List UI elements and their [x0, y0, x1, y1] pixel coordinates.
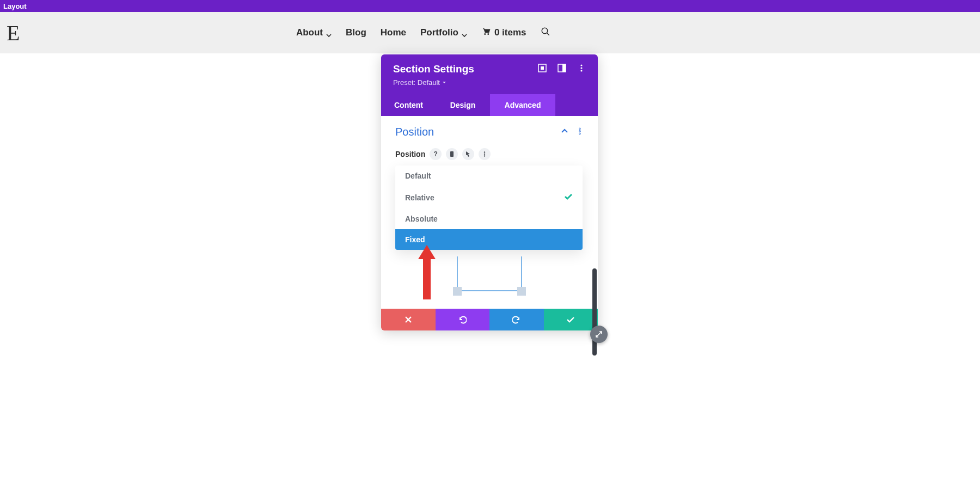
help-icon[interactable]: ? [430, 148, 442, 160]
tab-design[interactable]: Design [436, 94, 490, 116]
preset-label: Preset: Default [393, 78, 440, 87]
origin-handle-bottom-left[interactable] [453, 287, 462, 296]
kebab-menu-icon[interactable] [577, 64, 586, 75]
svg-point-11 [579, 133, 581, 134]
site-logo[interactable]: E [7, 20, 19, 46]
modal-header[interactable]: Section Settings Preset: Default [381, 54, 598, 94]
svg-point-9 [579, 128, 581, 130]
site-header: E About Blog Home Portfolio 0 items [0, 12, 980, 53]
origin-handle-bottom-right[interactable] [517, 287, 526, 296]
nav-blog-label: Blog [346, 27, 366, 38]
cart-icon [481, 27, 491, 39]
position-origin-control[interactable] [417, 256, 562, 303]
svg-point-7 [580, 67, 582, 69]
chevron-up-icon[interactable] [561, 127, 568, 137]
svg-rect-12 [450, 151, 454, 157]
preset-selector[interactable]: Preset: Default [393, 78, 586, 87]
modal-actions [381, 309, 598, 330]
svg-point-15 [484, 155, 485, 156]
modal-title: Section Settings [393, 63, 538, 75]
option-label: Absolute [405, 215, 438, 223]
nav-portfolio[interactable]: Portfolio [420, 27, 467, 38]
svg-rect-5 [562, 64, 566, 72]
toggle-section-position[interactable]: Position [395, 126, 561, 138]
svg-point-10 [579, 130, 581, 132]
svg-point-14 [484, 154, 485, 155]
svg-point-0 [542, 28, 548, 34]
position-option-fixed[interactable]: Fixed [395, 229, 583, 250]
redo-button[interactable] [489, 309, 544, 330]
nav-blog[interactable]: Blog [346, 27, 366, 38]
option-label: Relative [405, 193, 434, 202]
topbar-title: Layout [3, 2, 27, 10]
nav-cart-label: 0 items [494, 27, 526, 38]
kebab-menu-icon[interactable] [576, 127, 584, 137]
expand-icon[interactable] [538, 64, 547, 75]
nav-portfolio-label: Portfolio [420, 27, 458, 38]
svg-point-6 [580, 64, 582, 66]
nav-about-label: About [296, 27, 323, 38]
check-icon [564, 192, 573, 203]
option-label: Fixed [405, 235, 425, 244]
save-button[interactable] [544, 309, 598, 330]
position-option-relative[interactable]: Relative [395, 186, 583, 209]
option-label: Default [405, 171, 431, 180]
tab-content[interactable]: Content [381, 94, 436, 116]
hover-state-icon[interactable] [462, 148, 474, 160]
nav-about[interactable]: About [296, 27, 332, 38]
search-icon [541, 27, 550, 39]
nav-home[interactable]: Home [381, 27, 406, 38]
nav-cart[interactable]: 0 items [481, 27, 526, 39]
svg-rect-3 [541, 66, 544, 70]
undo-button[interactable] [436, 309, 490, 330]
tab-advanced[interactable]: Advanced [490, 94, 555, 116]
snap-right-icon[interactable] [558, 64, 566, 75]
svg-point-8 [580, 70, 582, 71]
svg-point-13 [484, 151, 485, 152]
responsive-mobile-icon[interactable] [446, 148, 458, 160]
svg-line-1 [547, 33, 549, 35]
settings-panel: Position Position ? Default Relative Abs… [381, 116, 598, 309]
position-option-absolute[interactable]: Absolute [395, 209, 583, 229]
chevron-down-icon [462, 30, 467, 35]
main-nav: About Blog Home Portfolio 0 items [296, 27, 550, 39]
resize-handle-icon[interactable] [590, 326, 608, 343]
position-field-header: Position ? [395, 148, 584, 160]
builder-topbar: Layout [0, 0, 980, 12]
nav-home-label: Home [381, 27, 406, 38]
chevron-down-icon [326, 30, 332, 35]
settings-tabs: Content Design Advanced [381, 94, 598, 116]
kebab-menu-icon[interactable] [479, 148, 491, 160]
cancel-button[interactable] [381, 309, 436, 330]
section-settings-modal: Section Settings Preset: Default Content… [381, 54, 598, 330]
position-option-default[interactable]: Default [395, 166, 583, 186]
nav-search[interactable] [541, 27, 550, 39]
position-dropdown: Default Relative Absolute Fixed [395, 166, 583, 250]
position-field-label: Position [395, 150, 425, 158]
